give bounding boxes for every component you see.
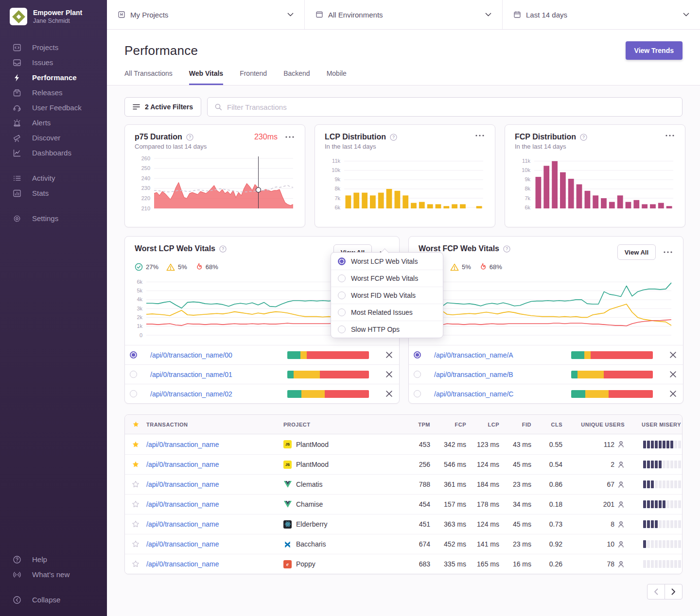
environment-filter[interactable]: All Environments: [305, 0, 503, 29]
sidebar-item-whats-new[interactable]: What’s new: [0, 567, 107, 582]
project-filter[interactable]: My Projects: [107, 0, 305, 29]
column-header[interactable]: TPM: [400, 422, 430, 428]
star-outline-icon[interactable]: [132, 480, 140, 488]
sidebar-item-discover[interactable]: Discover: [0, 130, 107, 145]
card-menu-button[interactable]: [663, 249, 673, 255]
transaction-link[interactable]: /api/0/transaction_name/C: [434, 390, 571, 398]
org-switcher[interactable]: Empower Plant Jane Schmidt: [0, 0, 107, 25]
transaction-link[interactable]: /api/0/transaction_name: [146, 480, 283, 488]
transaction-link[interactable]: /api/0/transaction_name: [146, 441, 283, 448]
radio-icon[interactable]: [414, 390, 421, 397]
transaction-link[interactable]: /api/0/transaction_name: [146, 560, 283, 568]
help-icon[interactable]: ?: [186, 134, 193, 141]
transaction-link[interactable]: /api/0/transaction_name/B: [434, 371, 571, 378]
transaction-link[interactable]: /api/0/transaction_name/02: [150, 390, 287, 398]
dismiss-button[interactable]: [663, 352, 683, 358]
help-icon[interactable]: ?: [503, 245, 510, 253]
column-header[interactable]: UNIQUE USERS: [562, 422, 625, 428]
column-header[interactable]: TRANSACTION: [146, 422, 283, 428]
dismiss-button[interactable]: [379, 352, 399, 358]
dropdown-option[interactable]: Slow HTTP Ops: [331, 321, 443, 338]
transaction-link[interactable]: /api/0/transaction_name: [146, 520, 283, 528]
star-outline-icon[interactable]: [132, 560, 140, 568]
dismiss-button[interactable]: [379, 371, 399, 377]
sidebar-item-performance[interactable]: Performance: [0, 70, 107, 85]
sidebar-item-user-feedback[interactable]: User Feedback: [0, 100, 107, 115]
radio-icon[interactable]: [130, 351, 137, 359]
sidebar-item-releases[interactable]: Releases: [0, 85, 107, 100]
tab-mobile[interactable]: Mobile: [327, 69, 347, 85]
dismiss-button[interactable]: [663, 371, 683, 377]
transaction-link[interactable]: /api/0/transaction_name: [146, 500, 283, 508]
sidebar-nav: ProjectsIssuesPerformanceReleasesUser Fe…: [0, 40, 107, 226]
transaction-link[interactable]: /api/0/transaction_name: [146, 540, 283, 548]
column-header[interactable]: FCP: [430, 422, 466, 428]
sidebar-item-settings[interactable]: Settings: [0, 211, 107, 226]
sidebar-item-dashboards[interactable]: Dashboards: [0, 145, 107, 160]
fcp-distribution-chart[interactable]: 6k7k8k9k10k11k: [515, 155, 675, 212]
previous-page-button[interactable]: [647, 584, 665, 599]
help-icon[interactable]: ?: [219, 245, 227, 253]
card-menu-button[interactable]: [474, 133, 485, 138]
column-header[interactable]: CLS: [531, 422, 562, 428]
dismiss-button[interactable]: [379, 391, 399, 397]
sidebar-item-label: Dashboards: [32, 149, 71, 157]
column-header[interactable]: FID: [499, 422, 531, 428]
misery-segment: [666, 461, 669, 468]
column-header[interactable]: USER MISERY: [625, 422, 682, 428]
sidebar-item-help[interactable]: Help: [0, 552, 107, 567]
dropdown-option[interactable]: Worst LCP Web Vitals: [331, 253, 443, 270]
lcp-distribution-chart[interactable]: 6k7k8k9k10k11k: [325, 155, 485, 212]
transaction-link[interactable]: /api/0/transaction_name/00: [150, 351, 287, 359]
tab-web-vitals[interactable]: Web Vitals: [189, 69, 223, 85]
next-page-button[interactable]: [665, 584, 682, 599]
search-input[interactable]: [227, 103, 675, 111]
transaction-link[interactable]: /api/0/transaction_name/A: [434, 351, 571, 359]
help-icon[interactable]: ?: [580, 134, 587, 141]
sidebar-item-activity[interactable]: Activity: [0, 171, 107, 186]
star-filled-icon[interactable]: [132, 461, 140, 468]
transaction-link[interactable]: /api/0/transaction_name: [146, 461, 283, 468]
dropdown-option[interactable]: Worst FCP Web Vitals: [331, 270, 443, 287]
date-range-filter[interactable]: Last 14 days: [503, 0, 700, 29]
view-trends-button[interactable]: View Trends: [626, 41, 682, 60]
projects-icon: [13, 43, 21, 52]
misery-segment: [678, 560, 681, 568]
sidebar-item-alerts[interactable]: Alerts: [0, 115, 107, 130]
star-column-header-icon[interactable]: [125, 421, 146, 428]
misery-segment: [655, 480, 658, 488]
dropdown-option[interactable]: Most Related Issues: [331, 304, 443, 321]
radio-icon[interactable]: [130, 371, 137, 378]
fcp-value: 335 ms: [430, 560, 466, 568]
p75-duration-chart[interactable]: 210220230240250260: [135, 155, 295, 212]
worst-fcp-chart[interactable]: 01k2k3k4k5k6k: [416, 275, 673, 339]
react-platform-icon: [283, 520, 292, 529]
active-filters-button[interactable]: 2 Active Filters: [124, 97, 201, 117]
radio-icon[interactable]: [414, 371, 421, 378]
card-title: Worst LCP Web Vitals: [135, 244, 215, 253]
transaction-link[interactable]: /api/0/transaction_name/01: [150, 371, 287, 378]
sidebar-item-collapse[interactable]: Collapse: [0, 592, 107, 607]
help-icon[interactable]: ?: [390, 134, 397, 141]
view-all-button[interactable]: View All: [617, 244, 656, 260]
column-header[interactable]: PROJECT: [283, 422, 400, 428]
sidebar-item-issues[interactable]: Issues: [0, 55, 107, 70]
tab-all-transactions[interactable]: All Transactions: [124, 69, 173, 85]
star-outline-icon[interactable]: [132, 500, 140, 508]
sidebar-item-projects[interactable]: Projects: [0, 40, 107, 55]
tab-frontend[interactable]: Frontend: [240, 69, 267, 85]
radio-icon[interactable]: [414, 351, 421, 359]
dismiss-button[interactable]: [663, 391, 683, 397]
dropdown-option[interactable]: Worst FID Web Vitals: [331, 287, 443, 304]
column-header[interactable]: LCP: [466, 422, 499, 428]
card-menu-button[interactable]: [665, 133, 675, 138]
star-outline-icon[interactable]: [132, 520, 140, 528]
radio-icon[interactable]: [130, 390, 137, 397]
star-outline-icon[interactable]: [132, 540, 140, 548]
cls-value: 0.54: [531, 461, 562, 468]
card-menu-button[interactable]: [284, 134, 295, 140]
sidebar-item-stats[interactable]: Stats: [0, 186, 107, 201]
tab-backend[interactable]: Backend: [283, 69, 310, 85]
star-filled-icon[interactable]: [132, 441, 140, 448]
vital-stat-value: 27%: [146, 263, 158, 271]
